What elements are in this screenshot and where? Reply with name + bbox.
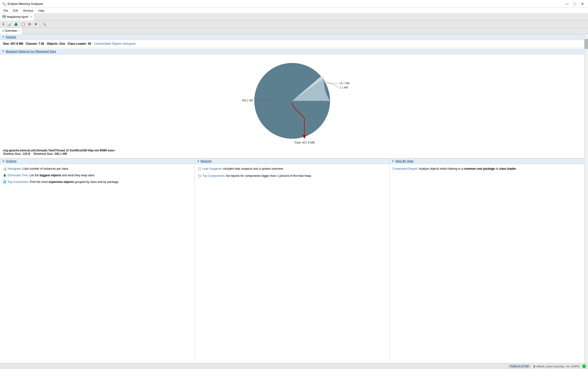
details-section-title[interactable]: Details	[6, 35, 16, 39]
minimize-button[interactable]: —	[563, 1, 571, 7]
maximize-button[interactable]: □	[572, 1, 578, 7]
step-content: Component Report: Analyze objects which …	[390, 164, 584, 174]
chart-section-title[interactable]: Biggest Objects by Retained Size	[6, 50, 56, 53]
toolbar-dropdown-btn[interactable]: ▼	[33, 21, 39, 27]
action-dominator: 🌲 Dominator Tree: List the biggest objec…	[3, 173, 192, 178]
dominator-icon: 🌲	[3, 173, 7, 178]
step-section-title[interactable]: Step By Step	[395, 159, 413, 163]
component-report-link[interactable]: Component Report	[392, 167, 417, 170]
chart-collapse-arrow	[2, 51, 4, 52]
size-value: 407.9 MB	[10, 42, 23, 45]
file-tab-bar: 💾 heapdump.hprof ✕	[0, 14, 588, 21]
object-info: org.apache.tomcat.util.threads.TaskThrea…	[0, 147, 584, 158]
report-leak: 📋 Leak Suspects: includes leak suspects …	[198, 167, 386, 171]
inner-tab-bar: ℹ Overview ✕	[0, 28, 588, 34]
menu-edit[interactable]: Edit	[10, 9, 21, 13]
details-section-header[interactable]: Details	[0, 34, 584, 40]
toolbar: ℹ 📊 🌲 📋 ⚙ ▼ 🔍	[0, 21, 588, 28]
top-components-icon: 📋	[198, 174, 201, 178]
status-indicator	[582, 364, 586, 368]
title-bar: 🔍 Eclipse Memory Analyzer — □ ✕	[0, 0, 588, 8]
actions-collapse-arrow	[2, 161, 4, 162]
inner-tab-label: Overview	[5, 29, 17, 32]
reports-content: 📋 Leak Suspects: includes leak suspects …	[195, 164, 389, 181]
toolbar-search-btn[interactable]: 🔍	[41, 21, 48, 27]
app-title: Eclipse Memory Analyzer	[8, 2, 43, 6]
objects-value: 21m	[59, 42, 65, 45]
menu-window[interactable]: Window	[21, 9, 36, 13]
step-collapse-arrow	[392, 161, 394, 162]
pie-label-big: 396.1 MB	[241, 99, 253, 102]
classes-label: Classes:	[26, 42, 38, 45]
reports-section-title[interactable]: Reports	[201, 159, 212, 163]
toolbar-hierarchy-btn[interactable]: 🌲	[13, 21, 19, 27]
inner-tab-overview[interactable]: ℹ Overview ✕	[0, 28, 22, 34]
pie-total-label: Total: 407.9 MB	[294, 141, 314, 144]
object-name: org.apache.tomcat.util.threads.TaskThrea…	[3, 149, 581, 152]
size-label: Size:	[3, 42, 10, 45]
pie-chart-svg: 396.1 MB 10.7 MB 1.1 MB Total: 407.9 MB	[219, 54, 365, 147]
status-bar: 753M of 1271M 🗑 default_report org.eclip…	[0, 363, 588, 369]
actions-col: Actions 📊 Histogram: Lists number of ins…	[0, 158, 195, 363]
object-sizes: Shallow Size: 128 B Retained Size: 396.1…	[3, 152, 581, 156]
action-consumers: 🌐 Top Consumers: Print the most expensiv…	[3, 180, 192, 184]
step-col: Step By Step Component Report: Analyze o…	[390, 158, 584, 363]
inner-tab-close[interactable]: ✕	[18, 30, 20, 32]
chart-container: 396.1 MB 10.7 MB 1.1 MB Total: 407.9 MB	[0, 54, 584, 147]
classes-value: 7.5k	[39, 42, 44, 45]
histogram-link[interactable]: Histogram	[8, 167, 21, 170]
details-bar: Size: 407.9 MB Classes: 7.5k Objects: 21…	[0, 40, 584, 48]
shallow-label: Shallow Size:	[3, 152, 22, 156]
step-component-report: Component Report: Analyze objects which …	[392, 167, 581, 171]
toolbar-list-btn[interactable]: 📋	[20, 21, 26, 27]
action-histogram: 📊 Histogram: Lists number of instances p…	[3, 167, 192, 171]
menu-file[interactable]: File	[1, 9, 10, 13]
actions-header[interactable]: Actions	[0, 158, 195, 164]
pie-label-small: 1.1 MB	[340, 86, 348, 89]
close-button[interactable]: ✕	[579, 1, 586, 7]
consumers-icon: 🌐	[3, 180, 7, 184]
reports-header[interactable]: Reports	[195, 158, 389, 164]
step-header[interactable]: Step By Step	[390, 158, 584, 164]
scrollbar-thumb[interactable]	[585, 39, 588, 49]
report-top-components: 📋 Top Components: list reports for compo…	[198, 174, 386, 178]
memory-status: 753M of 1271M	[508, 364, 530, 368]
histogram-icon: 📊	[3, 167, 7, 171]
retained-label: Retained Size:	[33, 152, 53, 156]
actions-section-title[interactable]: Actions	[6, 159, 17, 163]
details-collapse-arrow	[2, 36, 4, 38]
unreachable-link[interactable]: Unreachable Objects Histogram	[94, 42, 136, 45]
toolbar-info-btn[interactable]: ℹ	[1, 21, 5, 27]
consumers-link[interactable]: Top Consumers	[8, 180, 28, 184]
toolbar-settings-btn[interactable]: ⚙	[27, 21, 32, 27]
status-info: 🗑 default_report org.eclip...cts: (100%)	[533, 365, 580, 368]
loader-value: 39	[88, 42, 91, 45]
heapdump-icon: 💾	[2, 15, 6, 18]
retained-value: 396.1 MB	[54, 152, 67, 156]
leak-suspects-link[interactable]: Leak Suspects	[202, 167, 222, 170]
toolbar-separator	[40, 22, 40, 27]
reports-col: Reports 📋 Leak Suspects: includes leak s…	[195, 158, 390, 363]
scrollbar-track[interactable]	[584, 34, 588, 363]
menu-bar: File Edit Window Help	[0, 8, 588, 14]
file-tab-close[interactable]: ✕	[30, 15, 32, 18]
app-icon: 🔍	[2, 2, 6, 6]
reports-collapse-arrow	[197, 161, 199, 162]
actions-content: 📊 Histogram: Lists number of instances p…	[0, 164, 195, 187]
shallow-value: 128 B	[22, 152, 30, 156]
chart-section-header[interactable]: Biggest Objects by Retained Size	[0, 49, 584, 54]
dominator-link[interactable]: Dominator Tree	[8, 174, 28, 177]
file-tab-label: heapdump.hprof	[7, 15, 28, 19]
loader-label: Class Loader:	[68, 42, 87, 45]
menu-help[interactable]: Help	[36, 9, 47, 13]
main-content: Details Size: 407.9 MB Classes: 7.5k Obj…	[0, 34, 584, 363]
bottom-sections: Actions 📊 Histogram: Lists number of ins…	[0, 158, 584, 363]
leak-icon: 📋	[198, 167, 201, 171]
toolbar-chart-btn[interactable]: 📊	[6, 21, 12, 27]
pie-label-med: 10.7 MB	[340, 82, 350, 85]
file-tab-heapdump[interactable]: 💾 heapdump.hprof ✕	[0, 14, 35, 21]
top-components-link[interactable]: Top Components	[202, 174, 225, 178]
overview-icon: ℹ	[2, 29, 4, 32]
objects-label: Objects:	[47, 42, 59, 45]
